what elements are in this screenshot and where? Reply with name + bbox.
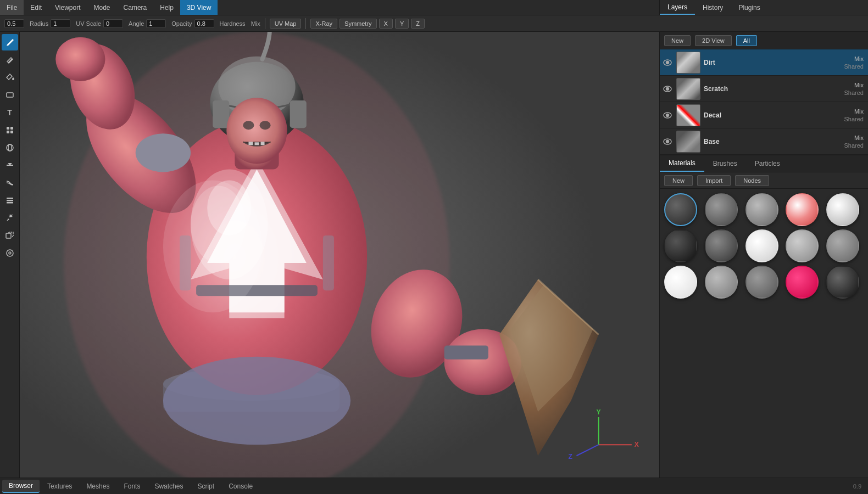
swatch-mid-gray[interactable] xyxy=(705,193,738,226)
tool-fill[interactable] xyxy=(2,69,18,86)
size-input[interactable] xyxy=(4,19,24,28)
layer-row-decal[interactable]: Decal Mix Shared xyxy=(660,102,868,128)
materials-action-bar: New Import Nodes xyxy=(660,172,868,189)
layers-new-btn[interactable]: New xyxy=(664,35,691,46)
x-btn[interactable]: X xyxy=(379,19,393,29)
y-btn[interactable]: Y xyxy=(395,19,409,29)
swatch-white3[interactable] xyxy=(664,266,697,299)
menu-mode[interactable]: Mode xyxy=(87,0,117,15)
swatch-white[interactable] xyxy=(826,193,859,226)
layer-eye-scratch[interactable] xyxy=(662,83,673,94)
menu-camera[interactable]: Camera xyxy=(117,0,154,15)
bottom-tab-script[interactable]: Script xyxy=(191,480,221,492)
tool-brush[interactable] xyxy=(2,34,18,50)
swatch-darkest[interactable] xyxy=(826,266,859,299)
xray-btn[interactable]: X-Ray xyxy=(310,19,337,29)
layers-2dview-btn[interactable]: 2D View xyxy=(695,35,732,46)
menu-file[interactable]: File xyxy=(0,0,24,15)
menu-help[interactable]: Help xyxy=(153,0,180,15)
layer-eye-dirt[interactable] xyxy=(662,57,673,68)
tool-clone[interactable] xyxy=(2,227,18,244)
svg-point-59 xyxy=(666,87,669,90)
uvmap-btn[interactable]: UV Map xyxy=(270,19,302,29)
svg-rect-0 xyxy=(7,93,13,97)
layer-thumb-scratch xyxy=(676,78,700,100)
tool-text[interactable]: T xyxy=(2,104,18,121)
menu-3dview[interactable]: 3D View xyxy=(180,0,218,15)
swatch-lgray2[interactable] xyxy=(786,229,819,262)
main-content: T xyxy=(0,32,868,478)
materials-new-btn[interactable]: New xyxy=(664,175,693,186)
svg-point-6 xyxy=(8,144,12,151)
materials-grid xyxy=(660,189,868,478)
layer-thumb-decal xyxy=(676,104,700,126)
svg-point-25 xyxy=(136,133,191,172)
tool-sphere[interactable] xyxy=(2,139,18,156)
svg-rect-40 xyxy=(254,142,259,145)
tool-rect[interactable] xyxy=(2,87,18,103)
swatch-roughgray[interactable] xyxy=(705,266,738,299)
swatch-light-gray[interactable] xyxy=(745,193,778,226)
tool-layers-tool[interactable] xyxy=(2,192,18,209)
layer-name-dirt: Dirt xyxy=(704,59,844,66)
swatch-white2[interactable] xyxy=(745,229,778,262)
layer-thumb-base xyxy=(676,131,700,153)
bottom-tab-console[interactable]: Console xyxy=(222,480,259,492)
viewport[interactable]: X Y Z xyxy=(20,32,659,478)
uvscale-input[interactable] xyxy=(103,19,123,28)
tool-sphere2[interactable] xyxy=(2,245,18,261)
swatch-dgray2[interactable] xyxy=(826,229,859,262)
symmetry-btn[interactable]: Symmetry xyxy=(340,19,377,29)
tab-history[interactable]: History xyxy=(695,0,731,15)
tool-eraser[interactable] xyxy=(2,52,18,68)
layer-mix-scratch: Mix xyxy=(854,82,864,88)
tab-particles[interactable]: Particles xyxy=(746,155,789,172)
menu-edit[interactable]: Edit xyxy=(24,0,48,15)
bottom-tab-meshes[interactable]: Meshes xyxy=(80,480,116,492)
menu-viewport[interactable]: Viewport xyxy=(48,0,87,15)
angle-label: Angle xyxy=(129,20,144,27)
layer-row-base[interactable]: Base Mix Shared xyxy=(660,128,868,155)
swatch-dark2[interactable] xyxy=(664,229,697,262)
svg-rect-4 xyxy=(10,127,13,130)
z-btn[interactable]: Z xyxy=(411,19,425,29)
swatch-pink[interactable] xyxy=(786,266,819,299)
layer-eye-decal[interactable] xyxy=(662,110,673,121)
tab-plugins[interactable]: Plugins xyxy=(731,0,767,15)
opacity-input[interactable] xyxy=(194,19,214,28)
svg-rect-2 xyxy=(10,131,13,133)
bottom-tab-textures[interactable]: Textures xyxy=(41,480,79,492)
tab-layers[interactable]: Layers xyxy=(660,0,695,15)
tool-pick[interactable] xyxy=(2,210,18,226)
swatch-mid2[interactable] xyxy=(705,229,738,262)
svg-rect-1 xyxy=(7,127,9,130)
angle-input[interactable] xyxy=(146,19,166,28)
svg-rect-3 xyxy=(7,131,9,133)
layers-all-btn[interactable]: All xyxy=(736,35,757,46)
layer-right-decal: Mix Shared xyxy=(844,108,866,122)
tool-transform[interactable] xyxy=(2,122,18,138)
tool-smear[interactable] xyxy=(2,175,18,191)
svg-text:Z: Z xyxy=(568,453,572,461)
opacity-label: Opacity xyxy=(171,20,192,27)
layer-row-dirt[interactable]: Dirt Mix Shared xyxy=(660,49,868,76)
layer-shared-decal: Shared xyxy=(844,116,864,122)
tool-flatten[interactable] xyxy=(2,157,18,173)
svg-point-26 xyxy=(55,37,105,81)
bottom-tab-browser[interactable]: Browser xyxy=(2,480,40,493)
bottom-tab-fonts[interactable]: Fonts xyxy=(117,480,147,492)
layer-eye-base[interactable] xyxy=(662,136,673,147)
materials-import-btn[interactable]: Import xyxy=(697,175,731,186)
swatch-pink-white[interactable] xyxy=(786,193,819,226)
swatch-dark-metal[interactable] xyxy=(664,193,697,226)
bottom-tab-swatches[interactable]: Swatches xyxy=(148,480,190,492)
svg-rect-36 xyxy=(213,100,229,128)
tab-brushes[interactable]: Brushes xyxy=(704,155,746,172)
svg-text:X: X xyxy=(635,441,639,448)
tab-materials[interactable]: Materials xyxy=(660,155,704,172)
layers-header: New 2D View All xyxy=(660,32,868,49)
layer-row-scratch[interactable]: Scratch Mix Shared xyxy=(660,76,868,102)
swatch-midgray3[interactable] xyxy=(745,266,778,299)
materials-nodes-btn[interactable]: Nodes xyxy=(735,175,769,186)
radius-input[interactable] xyxy=(51,19,70,28)
